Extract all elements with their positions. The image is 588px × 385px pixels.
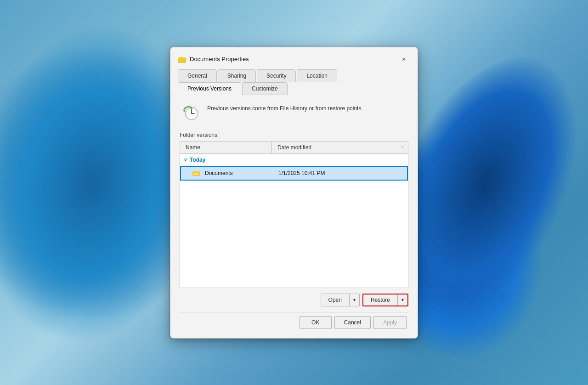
group-label-today: Today	[190, 157, 205, 163]
clock-icon-container	[180, 102, 202, 125]
tabs-row1: General Sharing Security Location	[170, 69, 418, 82]
svg-rect-10	[193, 173, 199, 174]
restore-dropdown-button[interactable]: ▾	[398, 294, 407, 306]
open-split-button: Open ▾	[321, 294, 360, 306]
apply-button[interactable]: Apply	[373, 316, 407, 329]
previous-versions-info: Previous versions come from File History…	[180, 102, 408, 125]
dialog-title: Documents Properties	[190, 56, 249, 62]
table-row[interactable]: Documents 1/1/2025 10:41 PM	[180, 166, 408, 181]
tab-customize[interactable]: Customize	[242, 82, 288, 95]
tabs-container: General Sharing Security Location Previo…	[170, 66, 418, 95]
content-area: Previous versions come from File History…	[170, 95, 418, 338]
version-date: 1/1/2025 10:41 PM	[278, 170, 403, 176]
chevron-down-icon: ∨	[184, 157, 187, 162]
tab-security[interactable]: Security	[257, 69, 296, 82]
restore-split-button: Restore ▾	[362, 294, 408, 306]
versions-table: Name Date modified ⌄ ∨ Today	[180, 141, 408, 288]
svg-rect-2	[178, 58, 186, 62]
close-button[interactable]: ×	[397, 53, 410, 66]
bottom-buttons: OK Cancel Apply	[180, 312, 408, 331]
info-text: Previous versions come from File History…	[207, 102, 363, 113]
restore-clock-icon	[181, 103, 201, 124]
title-bar-left: Documents Properties	[178, 55, 249, 63]
table-header: Name Date modified ⌄	[180, 142, 408, 154]
open-button[interactable]: Open	[321, 294, 350, 306]
ok-button[interactable]: OK	[300, 316, 332, 329]
open-dropdown-button[interactable]: ▾	[350, 294, 359, 306]
group-header-today[interactable]: ∨ Today	[180, 154, 408, 166]
tab-location[interactable]: Location	[297, 69, 337, 82]
dialog-icon	[178, 55, 186, 63]
table-body: ∨ Today Documents 1/1/	[180, 154, 408, 284]
col-name-header: Name	[180, 142, 272, 153]
title-bar: Documents Properties ×	[170, 47, 418, 66]
tabs-row2: Previous Versions Customize	[170, 82, 418, 95]
tab-previous-versions[interactable]: Previous Versions	[178, 82, 241, 95]
dialog-window: Documents Properties × General Sharing S…	[170, 47, 418, 339]
tab-general[interactable]: General	[178, 69, 217, 82]
action-buttons: Open ▾ Restore ▾	[180, 294, 408, 306]
tab-sharing[interactable]: Sharing	[218, 69, 256, 82]
cancel-button[interactable]: Cancel	[334, 316, 371, 329]
document-folder-icon	[192, 169, 201, 178]
folder-versions-label: Folder versions:	[180, 132, 408, 138]
col-date-header: Date modified	[272, 142, 408, 153]
svg-rect-11	[193, 174, 198, 175]
scroll-indicator: ⌄	[401, 143, 404, 148]
version-name: Documents	[205, 170, 278, 176]
restore-button[interactable]: Restore	[363, 294, 398, 306]
